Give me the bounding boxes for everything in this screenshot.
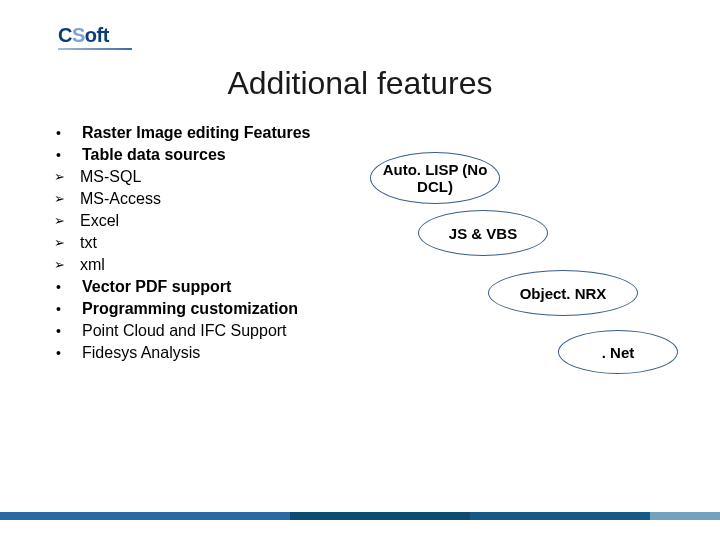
list-item-label: MS-Access	[80, 188, 161, 210]
footer-seg-1	[0, 512, 290, 520]
list-item-label: Programming customization	[82, 298, 298, 320]
arrow-bullet-icon: ➢	[54, 188, 80, 210]
oval-js-vbs: JS & VBS	[418, 210, 548, 256]
arrow-bullet-icon: ➢	[54, 254, 80, 276]
brand-logo: CSoft	[58, 24, 109, 47]
dot-bullet-icon: •	[54, 122, 82, 144]
list-item: •Raster Image editing Features	[54, 122, 664, 144]
list-item-label: Table data sources	[82, 144, 226, 166]
list-item-label: Fidesys Analysis	[82, 342, 200, 364]
oval-autolisp: Auto. LISP (No DCL)	[370, 152, 500, 204]
footer-seg-3	[470, 512, 650, 520]
dot-bullet-icon: •	[54, 144, 82, 166]
arrow-bullet-icon: ➢	[54, 166, 80, 188]
list-item-label: Excel	[80, 210, 119, 232]
dot-bullet-icon: •	[54, 342, 82, 364]
footer-seg-2	[290, 512, 470, 520]
list-item-label: xml	[80, 254, 105, 276]
list-item-label: Vector PDF support	[82, 276, 231, 298]
list-item-label: MS-SQL	[80, 166, 141, 188]
arrow-bullet-icon: ➢	[54, 232, 80, 254]
dot-bullet-icon: •	[54, 298, 82, 320]
logo-underline	[58, 48, 132, 50]
dot-bullet-icon: •	[54, 276, 82, 298]
footer-seg-4	[650, 512, 720, 520]
footer-strip	[0, 512, 720, 520]
logo-letter-c: C	[58, 24, 72, 46]
dot-bullet-icon: •	[54, 320, 82, 342]
logo-oft: oft	[85, 24, 109, 46]
logo-letter-s: S	[72, 24, 85, 46]
list-item-label: Point Cloud and IFC Support	[82, 320, 287, 342]
customization-ovals: Auto. LISP (No DCL) JS & VBS Object. NRX…	[360, 152, 700, 452]
list-item-label: txt	[80, 232, 97, 254]
slide-title: Additional features	[0, 65, 720, 102]
oval-dotnet: . Net	[558, 330, 678, 374]
arrow-bullet-icon: ➢	[54, 210, 80, 232]
list-item-label: Raster Image editing Features	[82, 122, 311, 144]
oval-objectnrx: Object. NRX	[488, 270, 638, 316]
